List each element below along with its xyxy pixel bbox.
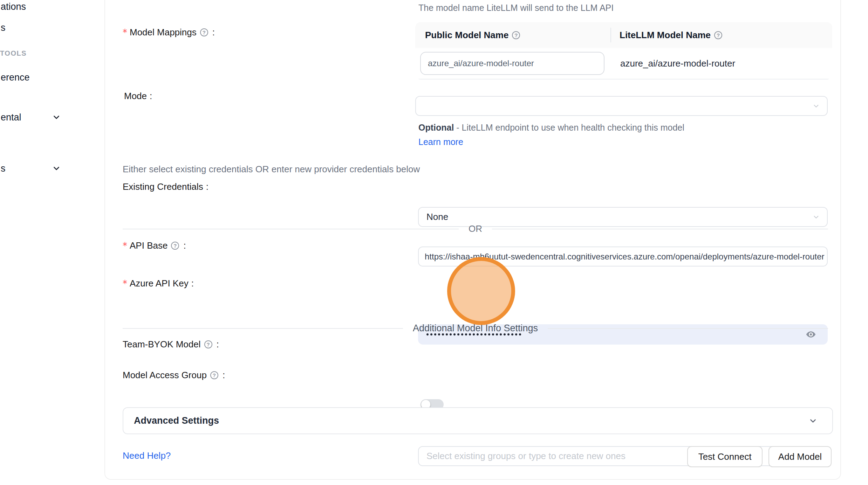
model-name-helper-text: The model name LiteLLM will send to the … xyxy=(418,3,614,13)
team-byok-label: Team-BYOK Model ? : xyxy=(123,339,219,350)
sidebar: ations s TOOLS erence ental s xyxy=(0,0,104,485)
test-connect-button[interactable]: Test Connect xyxy=(687,446,763,467)
add-model-button[interactable]: Add Model xyxy=(768,446,832,467)
add-model-form-card: The model name LiteLLM will send to the … xyxy=(104,0,841,480)
access-group-placeholder: Select existing groups or type to create… xyxy=(426,451,626,462)
litellm-model-name-value: azure_ai/azure-model-router xyxy=(610,58,735,69)
sidebar-item-ental[interactable]: ental xyxy=(1,112,21,123)
litellm-model-name-header: LiteLLM Model Name ? xyxy=(610,30,832,41)
sidebar-item-ations[interactable]: ations xyxy=(1,1,26,12)
api-base-input[interactable]: https://ishaa-mh6uutut-swedencentral.cog… xyxy=(418,247,828,266)
advanced-settings-panel[interactable]: Advanced Settings xyxy=(123,407,833,434)
sidebar-item-s1[interactable]: s xyxy=(1,22,6,33)
public-model-name-header: Public Model Name ? xyxy=(415,30,610,41)
help-circle-icon[interactable]: ? xyxy=(171,242,179,250)
help-circle-icon[interactable]: ? xyxy=(204,340,212,348)
chevron-down-icon xyxy=(808,416,818,425)
mode-select[interactable] xyxy=(415,96,828,116)
model-access-group-label: Model Access Group ? : xyxy=(123,370,225,381)
chevron-down-icon xyxy=(52,164,61,173)
chevron-down-icon xyxy=(52,113,61,122)
header-divider xyxy=(610,28,611,42)
or-divider: OR xyxy=(123,223,828,234)
help-circle-icon[interactable]: ? xyxy=(512,31,520,39)
credentials-note: Either select existing credentials OR en… xyxy=(123,164,420,175)
existing-credentials-value: None xyxy=(426,212,448,222)
required-asterisk: * xyxy=(123,241,127,251)
required-asterisk: * xyxy=(123,27,127,38)
learn-more-link[interactable]: Learn more xyxy=(418,137,463,147)
azure-api-key-label: * Azure API Key : xyxy=(123,278,194,289)
help-circle-icon[interactable]: ? xyxy=(210,371,218,379)
chevron-down-icon xyxy=(812,213,820,221)
mode-label: Mode : xyxy=(124,91,152,102)
chevron-down-icon xyxy=(812,102,820,110)
mappings-table-row: azure_ai/azure-model-router azure_ai/azu… xyxy=(415,48,832,79)
sidebar-item-s2[interactable]: s xyxy=(1,163,6,174)
sidebar-section-tools: TOOLS xyxy=(0,49,27,57)
help-circle-icon[interactable]: ? xyxy=(200,28,208,36)
footer-buttons: Test Connect Add Model xyxy=(687,446,832,467)
mode-helper-text: Optional - LiteLLM endpoint to use when … xyxy=(418,120,705,149)
model-mappings-label: * Model Mappings ? : xyxy=(123,27,215,38)
required-asterisk: * xyxy=(123,278,127,289)
api-base-label: * API Base ? : xyxy=(123,240,186,251)
public-model-name-input[interactable]: azure_ai/azure-model-router xyxy=(420,52,604,75)
advanced-settings-title: Advanced Settings xyxy=(134,415,219,426)
add-model-page: ations s TOOLS erence ental s The model … xyxy=(0,0,868,485)
model-mappings-table: Public Model Name ? LiteLLM Model Name ?… xyxy=(415,22,832,79)
additional-settings-divider: Additional Model Info Settings xyxy=(123,323,828,334)
sidebar-item-erence[interactable]: erence xyxy=(1,72,30,83)
existing-credentials-label: Existing Credentials : xyxy=(123,181,209,192)
help-circle-icon[interactable]: ? xyxy=(714,31,722,39)
need-help-link[interactable]: Need Help? xyxy=(123,450,171,461)
mappings-table-header: Public Model Name ? LiteLLM Model Name ? xyxy=(415,22,832,48)
